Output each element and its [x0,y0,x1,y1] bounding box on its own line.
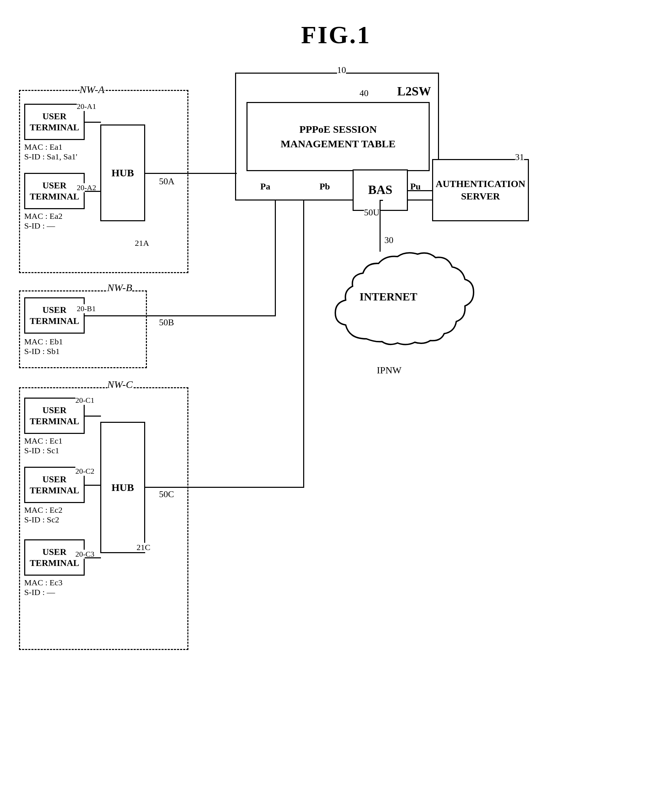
line-c2-hub [85,485,101,486]
hub-a: HUB [100,125,145,221]
diagram-area: NW-A USER TERMINAL 20-A1 MAC : Ea1 S-ID … [0,55,672,790]
id-20c2: 20-C2 [75,467,94,476]
port-pb: Pb [319,181,330,192]
ut-c2-sid: S-ID : Sc2 [24,515,59,525]
line-a2-hub [85,191,101,192]
nw-c-label: NW-C [107,379,133,390]
ut-c3-sid: S-ID : — [24,588,55,597]
line-bas-auth [408,190,433,191]
line-hub-a-l2sw [145,173,237,174]
link-50c: 50C [159,489,174,500]
l2sw-outer: L2SW PPPoE SESSION MANAGEMENT TABLE Pa P… [235,73,439,200]
l2sw-label: L2SW [397,84,431,99]
line-c1-hub [85,416,101,417]
line-hub-c-l2sw [145,487,304,488]
id-21a: 21A [135,238,149,248]
line-nwb-l2sw [145,315,276,317]
nw-b-label: NW-B [107,282,132,294]
ut-c2-mac: MAC : Ec2 [24,505,62,515]
internet-label: INTERNET [360,290,417,303]
user-terminal-b1: USER TERMINAL [24,297,85,334]
line-b1-right [85,315,146,317]
link-50u: 50U [364,208,379,218]
ut-c1-sid: S-ID : Sc1 [24,446,59,455]
ut-c3-mac: MAC : Ec3 [24,578,62,587]
user-terminal-a1: USER TERMINAL [24,104,85,140]
ut-c1-mac: MAC : Ec1 [24,436,62,446]
ut-b1-sid: S-ID : Sb1 [24,347,60,356]
id-20b1: 20-B1 [77,304,96,313]
ut-a2-mac: MAC : Ea2 [24,211,62,221]
ut-a2-sid: S-ID : — [24,221,55,230]
ut-a1-sid: S-ID : Sa1, Sa1' [24,152,77,162]
id-21c: 21C [136,543,150,552]
hub-c: HUB [100,422,145,553]
link-50a: 50A [159,176,174,187]
ipnw-label: IPNW [377,365,402,376]
ut-a1-mac: MAC : Ea1 [24,142,62,152]
auth-server-box: AUTHENTICATION SERVER [432,159,529,221]
num-31: 31 [515,152,524,163]
num-10: 10 [337,65,346,75]
id-20c1: 20-C1 [75,396,94,405]
page-title: FIG.1 [0,0,672,50]
user-terminal-a2: USER TERMINAL [24,173,85,209]
line-pu-bas-h [379,200,383,201]
internet-cloud [332,249,477,360]
port-pa: Pa [260,181,270,192]
ut-b1-mac: MAC : Eb1 [24,337,63,346]
nw-a-label: NW-A [80,84,104,96]
line-bas-internet [379,211,381,252]
line-c3-hub [85,557,101,558]
line-c-hub-right [145,487,147,488]
line-hub-c-l2sw-v [303,200,304,488]
line-nwb-l2sw-v [275,200,276,317]
num-40: 40 [360,88,368,99]
num-30: 30 [384,235,394,245]
pppoe-table-box: PPPoE SESSION MANAGEMENT TABLE [246,102,430,171]
id-20a1: 20-A1 [77,102,96,111]
line-a1-hub [85,122,101,123]
link-50b: 50B [159,317,174,328]
